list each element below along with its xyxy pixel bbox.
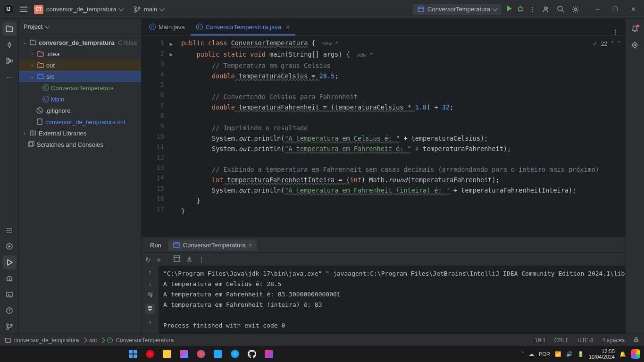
close-tab-icon[interactable]: × [286,24,290,31]
taskbar-app[interactable] [212,348,224,360]
scroll-button[interactable] [145,303,155,314]
tree-file-conversor[interactable]: C ConversorTemperatura [19,82,141,93]
up-button[interactable]: ↑ [149,269,152,276]
ide-logo-icon: IJ [4,5,13,14]
taskbar-app[interactable] [229,348,241,360]
run-tool-button[interactable] [2,255,17,269]
vcs-tool-button[interactable] [2,320,17,334]
tray-wifi-icon[interactable]: 📶 [555,351,561,357]
project-tree[interactable]: ⌄ conversor_de_tempratura C:\Use › .idea… [19,35,141,334]
tray-notifications-icon[interactable]: 🔔 [619,351,626,357]
taskbar-app-intellij[interactable] [263,348,275,360]
commit-tool-button[interactable] [2,38,17,52]
run-config-selector[interactable]: ConversorTemperatura [412,4,502,15]
tree-file-iml[interactable]: conversor_de_tempratura.iml [19,116,141,127]
taskbar-app[interactable] [195,348,207,360]
run-panel: Run ConversorTemperatura × ↻ ■ | ⋮ [142,237,625,334]
tree-path: C:\Use [118,39,137,46]
settings-button[interactable] [571,5,580,14]
caret-position[interactable]: 19:1 [535,337,545,344]
debug-button[interactable] [517,5,524,14]
tree-scratches[interactable]: Scratches and Consoles [19,139,141,150]
taskbar-app[interactable] [161,348,173,360]
search-button[interactable] [556,5,565,14]
tab-main[interactable]: C Main.java [143,19,191,35]
tray-battery-icon[interactable]: 🔋 [577,351,584,357]
expand-button[interactable]: › [149,318,151,326]
tray-clock[interactable]: 12:55 10/04/2024 [589,348,615,360]
run-toolbar: ↑ ↓ › [142,266,159,334]
problems-tool-button[interactable] [2,303,17,318]
debug-tool-button[interactable] [2,239,17,253]
structure-tool-button[interactable] [2,54,17,68]
wrap-button[interactable] [147,291,154,300]
tray-language[interactable]: POR [539,351,550,357]
services-tool-button[interactable] [2,223,17,237]
crumb[interactable]: src [89,337,97,344]
tree-file-main[interactable]: C Main [19,93,141,105]
more-tools-button[interactable]: ⋯ [2,70,17,84]
indent-info[interactable]: 4 spaces [602,337,625,344]
run-gutter-icon[interactable]: ▶ [169,50,173,60]
tray-chevron-icon[interactable]: ˄ [521,351,524,357]
more-actions-button[interactable]: ⋮ [528,5,536,14]
tab-more-button[interactable]: ⋮ [608,28,623,35]
tree-label: Scratches and Consoles [37,141,103,148]
minimize-button[interactable]: ─ [590,3,604,16]
tray-volume-icon[interactable]: 🔊 [566,351,573,357]
down-button[interactable]: ↓ [149,280,152,287]
tree-folder-out[interactable]: › out [19,59,141,71]
code-content[interactable]: public class ConversorTemperatura {new *… [169,36,625,237]
line-separator[interactable]: CRLF [554,337,569,344]
tab-label: ConversorTemperatura.java [206,24,281,31]
code-with-me-button[interactable] [541,5,550,14]
more-button[interactable]: ⋮ [198,256,205,263]
taskbar-app[interactable] [178,348,190,360]
svg-point-4 [519,7,522,11]
tray-copilot-icon[interactable] [631,349,640,359]
run-button[interactable] [505,5,513,14]
project-panel-header[interactable]: Project [19,19,141,35]
rerun-button[interactable]: ↻ [145,256,151,263]
run-tab[interactable]: ConversorTemperatura × [168,239,257,251]
run-gutter-icon[interactable]: ▶ [169,39,173,50]
close-window-button[interactable]: ✕ [626,3,640,16]
layout-button[interactable] [174,255,180,263]
terminal-tool-button[interactable] [2,287,17,302]
breadcrumb[interactable]: conversor_de_tempratura src C ConversorT… [5,337,174,344]
code-editor[interactable]: 1▶ 2▶ 3 4 5 6 7 8 9 10 11 12 13 14 15 16… [142,36,625,237]
file-encoding[interactable]: UTF-8 [577,337,594,344]
tree-folder-idea[interactable]: › .idea [19,48,141,59]
close-tab-icon[interactable]: × [249,242,252,249]
tree-root[interactable]: ⌄ conversor_de_tempratura C:\Use [19,37,141,48]
export-button[interactable] [186,255,192,263]
tree-folder-src[interactable]: ⌄ src [19,71,141,82]
tree-external-libs[interactable]: › External Libraries [19,127,141,139]
git-branch-selector[interactable]: main [134,6,164,13]
crumb[interactable]: ConversorTemperatura [116,337,174,344]
maximize-button[interactable]: ❐ [608,3,622,16]
project-selector[interactable]: CT conversor_de_tempratura [34,5,123,14]
stop-button[interactable]: ■ [157,256,160,263]
console-output[interactable]: "C:\Program Files\Java\jdk-17\bin\java.e… [159,266,625,334]
gutter[interactable]: 1▶ 2▶ 3 4 5 6 7 8 9 10 11 12 13 14 15 16… [142,36,169,237]
chevron-right-icon [100,337,105,343]
project-tool-button[interactable] [2,22,17,36]
tray-onedrive-icon[interactable]: ☁ [529,351,534,357]
main-menu-button[interactable] [18,5,29,14]
notifications-button[interactable] [628,22,642,36]
readonly-toggle[interactable] [633,337,639,344]
svg-point-1 [134,10,136,12]
svg-rect-26 [635,339,638,342]
taskbar-app[interactable] [246,348,258,360]
tree-file-gitignore[interactable]: .gitignore [19,105,141,116]
ai-assistant-button[interactable] [628,38,642,52]
taskbar-app[interactable] [144,348,156,360]
tab-conversor[interactable]: C ConversorTemperatura.java × [191,19,295,35]
inspection-widget[interactable]: ✓ 22 ˄ ˅ [593,41,620,47]
build-tool-button[interactable] [2,271,17,286]
chevron-up-icon[interactable]: ˄ [611,41,614,47]
crumb[interactable]: conversor_de_tempratura [14,337,79,344]
start-button[interactable] [127,348,139,360]
chevron-down-icon[interactable]: ˅ [618,41,620,47]
